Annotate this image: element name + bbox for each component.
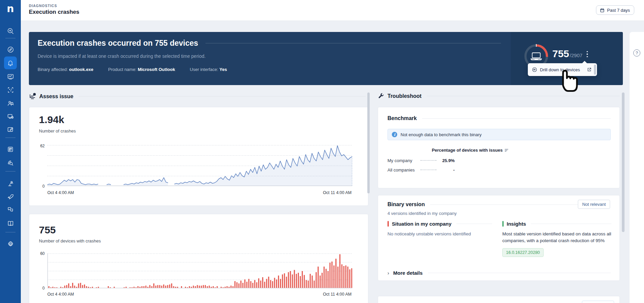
help-icon[interactable]: ? [633,49,640,56]
banner-meta: Binary affected: outlook.exe Product nam… [38,67,227,72]
devices-card: 755 Number of devices with crashes 60 0 … [29,214,368,303]
x-end-label: Oct 11 4:00 AM [323,190,352,195]
dashboard-chart-icon[interactable] [4,71,17,82]
troubleshoot-scrollbar[interactable] [622,92,625,232]
device-gear-icon[interactable] [4,111,17,122]
x-start-label: Oct 4 4:00 AM [47,292,74,297]
assess-section-header: ! Assess issue [29,93,366,100]
benchmark-card: Benchmark i Not enough data to benchmark… [378,107,620,188]
sidebar-divider [5,232,15,232]
diagnostics-page: n [0,0,644,303]
gear-icon[interactable] [4,238,17,249]
troubleshoot-section-title: Troubleshoot [387,93,421,99]
devices-label: Number of devices with crashes [39,238,101,243]
sidebar: n [0,0,21,303]
x-end-label: Oct 11 4:00 AM [323,292,352,297]
partial-button[interactable] [582,301,614,303]
meta-binary: Binary affected: outlook.exe [38,67,93,72]
situation-title: Situation in my company [392,221,452,227]
section-divider [427,96,620,96]
y-min-tick: 0 [36,184,45,189]
red-accent-bar [387,221,389,227]
chat-bubbles-icon[interactable] [4,204,17,215]
devices-total: 755 [39,224,56,236]
top-bar: DIAGNOSTICS Execution crashes Past 7 day… [21,0,644,21]
info-icon: i [392,132,397,137]
hero-banner: 755 /2907 Execution crashes occurred on … [29,32,623,85]
kebab-menu-icon[interactable] [584,49,591,59]
benchmark-title: Benchmark [387,115,417,121]
benchmark-info-text: Not enough data to benchmark this binary [401,132,481,137]
time-range-button[interactable]: Past 7 days [596,5,634,15]
more-details-toggle[interactable]: › More details [387,270,611,276]
user-search-icon[interactable] [4,98,17,109]
not-relevant-button[interactable]: Not relevant [578,200,610,209]
crashes-total: 1.94k [39,114,64,125]
total-count: /2907 [570,52,583,58]
y-max-tick: 60 [36,251,45,256]
banner-title-divider [205,43,501,43]
situation-text: No noticeably unstable versions identifi… [387,231,492,237]
apps-grid-icon[interactable] [4,144,17,155]
benchmark-table-header: Percentage of devices with issues [432,148,508,153]
y-min-tick: 0 [36,286,45,291]
binary-version-card: Binary version Not relevant 4 versions i… [378,195,620,281]
binary-version-title: Binary version [387,201,425,207]
drill-down-label: Drill down to devices [540,67,580,72]
devices-bar-chart[interactable] [47,253,352,289]
assess-chart-icon: ! [29,93,36,100]
laptop-icon [531,53,542,60]
bell-icon[interactable] [4,56,17,69]
situation-column: Situation in my company No noticeably un… [387,221,492,237]
card-divider [430,204,582,205]
subsection-divider [428,273,611,273]
wrench-icon [378,93,384,99]
breadcrumb: DIAGNOSTICS [29,4,57,8]
binary-version-subtitle: 4 versions identified in my company [387,211,457,216]
card-divider [422,118,611,119]
insights-column: Insights Most stable version identified … [502,221,611,257]
sidebar-divider [5,38,15,38]
y-max-tick: 62 [36,144,45,148]
banner-subtitle: Device is impacted if at least one crash… [38,53,205,59]
impacted-devices-count: 755 /2907 [552,48,583,60]
crashes-label: Number of crashes [39,128,76,134]
assess-scrollbar[interactable] [367,92,370,193]
benchmark-row-my-company: My company 25.9% [387,157,610,163]
sidebar-divider [5,171,15,172]
sort-icon[interactable] [505,149,508,152]
chevron-right-icon: › [387,270,389,276]
scatter-select-icon[interactable] [4,84,17,95]
stable-version-pill[interactable]: 16.0.16227.20280 [502,248,544,257]
crashes-line-chart[interactable] [47,145,352,187]
banner-stats-block: 755 /2907 [511,32,623,85]
impacted-count: 755 [552,48,569,60]
external-link-icon [587,67,592,72]
compass-icon[interactable] [4,44,17,55]
note-edit-icon[interactable] [4,124,17,135]
drill-down-menu[interactable]: Drill down to devices [528,63,597,76]
subsection-divider [456,224,492,224]
meta-ui: User interface: Yes [190,67,227,72]
section-divider [79,96,366,97]
fingerprint-icon [532,67,537,72]
meta-product: Product name: Microsoft Outlook [108,67,175,72]
help-rail: ? [630,32,644,303]
book-icon[interactable] [4,218,17,229]
menu-scrollbar[interactable] [594,65,596,75]
x-start-label: Oct 4 4:00 AM [47,190,74,195]
nexthink-logo[interactable]: n [0,3,21,14]
next-card-partial [378,296,620,303]
page-title: Execution crashes [29,9,79,15]
fingerprint-search-icon[interactable] [4,158,17,168]
search-sparkle-icon[interactable] [4,26,17,36]
more-details-label: More details [393,270,423,276]
robot-arm-icon[interactable] [4,178,17,189]
green-accent-bar [502,221,504,227]
benchmark-row-all-companies: All companies - [387,167,455,173]
sidebar-divider [5,138,15,138]
calendar-icon [600,8,605,13]
rocket-icon[interactable] [4,191,17,202]
svg-text:!: ! [34,93,35,95]
time-range-label: Past 7 days [607,8,630,13]
